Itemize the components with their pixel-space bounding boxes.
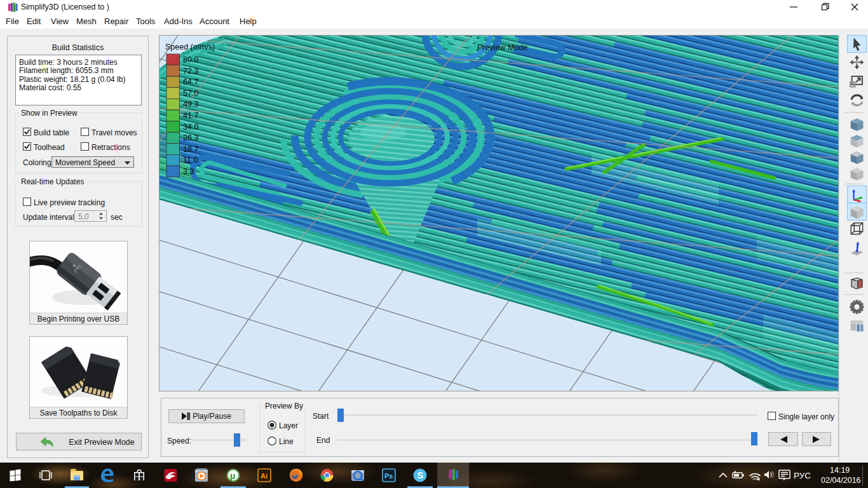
svg-text:57.0: 57.0 [183, 89, 198, 98]
svg-text:S: S [417, 470, 423, 480]
svg-text:64.7: 64.7 [183, 78, 198, 86]
svg-text:Ps: Ps [384, 472, 393, 480]
svg-text:34.0: 34.0 [183, 123, 198, 132]
svg-text:РУС: РУС [794, 471, 811, 480]
svg-text:µ: µ [230, 470, 236, 481]
svg-text:72.3: 72.3 [183, 67, 198, 76]
svg-text:11.0: 11.0 [183, 156, 198, 165]
svg-text:Ai: Ai [261, 472, 268, 480]
svg-text:41.7: 41.7 [183, 111, 198, 120]
svg-text:49.3: 49.3 [183, 100, 198, 109]
svg-text:14:19: 14:19 [830, 466, 850, 475]
svg-text:02/04/2016: 02/04/2016 [821, 476, 861, 485]
svg-text:26.3: 26.3 [183, 133, 198, 142]
svg-text:18.7: 18.7 [183, 145, 198, 154]
svg-text:3.3: 3.3 [183, 167, 194, 176]
svg-text:80.0: 80.0 [183, 55, 198, 64]
svg-text:Preview Mode: Preview Mode [477, 43, 527, 52]
svg-text:Speed (mm/s): Speed (mm/s) [165, 43, 215, 51]
